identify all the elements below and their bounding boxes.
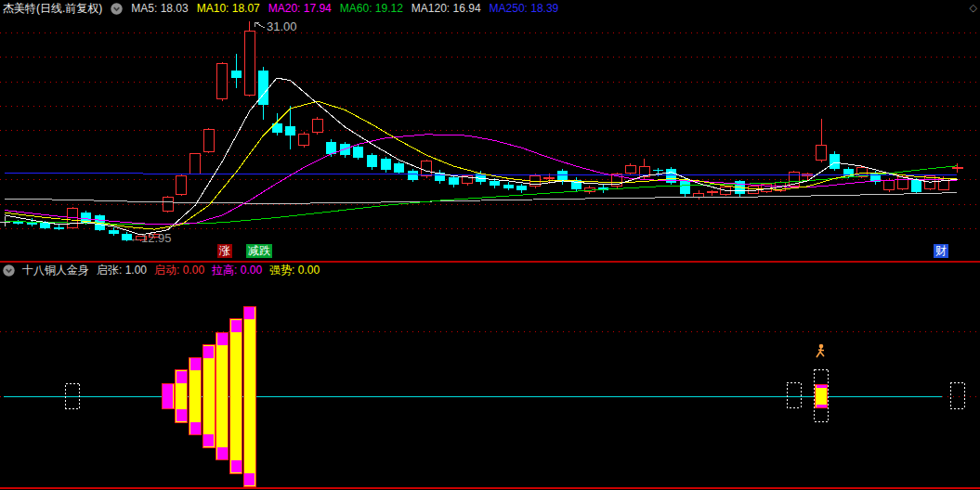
candle-body-up <box>544 178 555 179</box>
indicator-name: 十八铜人金身 <box>22 263 89 278</box>
candle-body-down <box>40 223 50 228</box>
indicator-bar-cap-top <box>163 384 173 396</box>
candle-body-down <box>353 147 363 158</box>
candle-body-down <box>272 123 282 134</box>
candle-body-up <box>217 63 228 98</box>
indicator-bar-cap-top <box>176 371 187 383</box>
indicator-bar-cap-top <box>817 385 827 388</box>
indicator-bar-cap-top <box>217 333 228 345</box>
indicator-bar-cap-bottom <box>163 396 173 408</box>
param-qiangshi: 强势: 0.00 <box>269 263 320 278</box>
candle-body-down <box>653 170 663 171</box>
candle-body-down <box>394 163 404 172</box>
candle-body-up <box>422 161 432 176</box>
high-price-label: 31.00 <box>267 19 297 33</box>
indicator-bar-cap-top <box>190 358 201 370</box>
ma20-readout: MA20: 17.94 <box>268 2 332 15</box>
indicator-header: 十八铜人金身 启张: 1.00 启动: 0.00 拉高: 0.00 强势: 0.… <box>0 263 980 278</box>
indicator-bar-cap-bottom <box>176 409 187 421</box>
low-price-label: ←12.95 <box>129 231 172 243</box>
candle-body-down <box>231 71 242 78</box>
indicator-bar-cap-top <box>231 320 242 332</box>
indicator-bar-cap-top <box>244 307 255 319</box>
indicator-bar <box>216 332 229 460</box>
ma-lines <box>5 78 958 235</box>
ma-line-MA5 <box>5 78 958 235</box>
candle-body-down <box>680 180 690 195</box>
chart-title-bar: 杰美特(日线.前复权) MA5: 18.03 MA10: 18.07 MA20:… <box>0 0 980 17</box>
candle-body-up <box>244 32 255 96</box>
indicator-bar-cap-bottom <box>190 422 201 434</box>
ma10-readout: MA10: 18.07 <box>197 2 260 15</box>
candle-body-up <box>176 176 187 195</box>
candle-body-up <box>190 154 201 174</box>
param-qidong: 启动: 0.00 <box>154 263 204 278</box>
candle-body-down <box>109 230 119 234</box>
indicator-bar-cap-bottom <box>244 473 255 485</box>
candle-body-up <box>748 186 758 193</box>
indicator-bar <box>243 306 255 486</box>
ma60-readout: MA60: 19.12 <box>340 2 403 15</box>
candle-body-up <box>897 177 908 189</box>
candle-body-up <box>312 120 322 132</box>
candle-body-up <box>694 193 704 197</box>
person-body <box>817 348 824 357</box>
candle-body-down <box>911 180 921 192</box>
zhang-button[interactable]: 涨 <box>217 244 232 258</box>
param-lagao: 拉高: 0.00 <box>212 263 262 278</box>
candle-body-down <box>449 177 459 185</box>
person-icon <box>817 344 824 357</box>
candle-body-up <box>884 180 895 190</box>
candle-body-up <box>625 165 635 173</box>
indicator-panel[interactable] <box>0 278 980 490</box>
candle-body-down <box>503 185 514 188</box>
symbol-period-title: 杰美特(日线.前复权) <box>3 1 102 17</box>
signal-box[interactable] <box>787 382 801 407</box>
candle-body-down <box>326 142 336 154</box>
candle-body-up <box>707 192 717 193</box>
ma-line-MA10 <box>5 101 958 229</box>
candle-body-up <box>952 167 962 168</box>
cai-button[interactable]: 财 <box>934 244 948 258</box>
candles <box>0 21 962 241</box>
collapse-main-chart-icon[interactable] <box>111 3 123 15</box>
candle-body-down <box>367 155 377 167</box>
indicator-bar-cap-bottom <box>817 405 827 407</box>
indicator-bar-cap-bottom <box>217 447 228 459</box>
high-arrow <box>255 22 265 28</box>
jiandie-button[interactable]: 减跌 <box>246 244 272 258</box>
candle-body-down <box>285 126 295 136</box>
candle-body-down <box>27 223 37 225</box>
candle-body-down <box>830 154 840 169</box>
price-gridlines <box>0 32 980 228</box>
panel-divider: 涨 减跌 财 <box>0 243 980 263</box>
ma5-readout: MA5: 18.03 <box>131 2 188 15</box>
candle-body-down <box>54 227 64 229</box>
candlestick-chart[interactable]: 31.00←12.95 <box>0 17 980 243</box>
candle-body-down <box>408 171 418 179</box>
collapse-indicator-icon[interactable] <box>3 264 15 277</box>
candle-body-up <box>817 146 827 161</box>
indicator-bar-cap-bottom <box>231 460 242 472</box>
candle-body-up <box>203 129 214 151</box>
candle-body-up <box>299 135 309 146</box>
ma120-readout: MA120: 16.94 <box>412 2 481 15</box>
ma250-readout: MA250: 18.39 <box>490 2 559 15</box>
candle-body-down <box>381 159 391 170</box>
candle-body-down <box>490 181 500 186</box>
person-head <box>819 344 824 349</box>
candle-body-down <box>340 144 350 155</box>
candle-body-up <box>163 197 173 212</box>
signal-box[interactable] <box>950 382 964 408</box>
indicator-bar-cap-bottom <box>203 434 214 446</box>
corner-diamond-icon[interactable]: ◇ <box>970 2 977 14</box>
candle-body-down <box>516 186 527 190</box>
indicator-bar <box>203 345 215 448</box>
param-qizhang: 启张: 1.00 <box>97 263 147 278</box>
candle-body-down <box>13 222 23 224</box>
indicator-bar-cap-top <box>203 346 214 358</box>
indicator-bar <box>230 319 242 474</box>
candle-body-down <box>258 71 268 105</box>
trading-app-window: 杰美特(日线.前复权) MA5: 18.03 MA10: 18.07 MA20:… <box>0 0 980 490</box>
